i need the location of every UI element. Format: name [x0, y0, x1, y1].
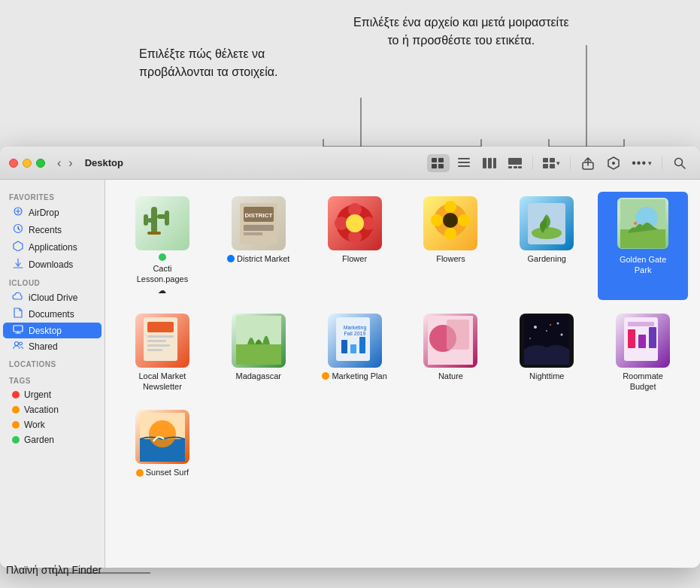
svg-rect-22	[514, 166, 517, 168]
sidebar-item-icloud-drive[interactable]: iCloud Drive	[3, 289, 102, 305]
file-name-nature: Nature	[438, 371, 463, 381]
sidebar-item-desktop-label: Desktop	[29, 326, 62, 336]
svg-point-38	[15, 342, 19, 346]
group-button[interactable]: ▾	[539, 156, 564, 170]
file-item-nature[interactable]: Nature	[406, 309, 496, 397]
file-item-cacti[interactable]: CactiLesson.pages ☁	[117, 192, 208, 300]
file-thumb-madagascar	[232, 314, 286, 368]
svg-rect-27	[550, 164, 555, 168]
marketing-tag-dot	[322, 372, 329, 380]
file-name-flowers: Flowers	[436, 253, 465, 264]
back-button[interactable]: ‹	[54, 155, 64, 171]
svg-rect-16	[458, 165, 470, 167]
sidebar-item-work[interactable]: Work	[3, 417, 102, 432]
more-button[interactable]: ••• ▾	[628, 155, 656, 171]
sidebar-item-applications[interactable]: Applications	[3, 238, 102, 256]
svg-point-92	[550, 324, 551, 326]
svg-rect-35	[14, 326, 23, 332]
file-thumb-sunset	[135, 410, 189, 464]
file-item-golden-gate[interactable]: Golden Gate Park	[598, 192, 688, 300]
svg-point-61	[458, 214, 470, 226]
file-item-marketing-plan[interactable]: Marketing Fall 2019 Marketing Plan	[310, 309, 400, 397]
svg-rect-85	[447, 320, 469, 350]
more-arrow-icon: ▾	[648, 159, 652, 167]
svg-rect-23	[518, 166, 522, 168]
forward-button[interactable]: ›	[65, 155, 75, 171]
file-name-sunset-surf: Sunset Surf	[146, 467, 189, 477]
svg-point-88	[557, 323, 559, 325]
file-item-gardening[interactable]: Gardening	[502, 192, 592, 300]
sidebar-item-shared[interactable]: Shared	[3, 338, 102, 354]
icon-view-button[interactable]	[427, 154, 450, 172]
svg-text:Fall 2019: Fall 2019	[344, 331, 365, 336]
column-view-button[interactable]	[478, 154, 501, 172]
downloads-icon	[12, 258, 24, 271]
svg-point-62	[443, 213, 458, 228]
nav-buttons: ‹ ›	[54, 155, 76, 171]
svg-point-89	[546, 330, 547, 332]
svg-rect-11	[438, 158, 444, 162]
file-item-flowers[interactable]: Flowers	[406, 192, 496, 300]
svg-rect-26	[543, 164, 548, 168]
garden-tag-dot	[12, 436, 20, 444]
minimize-button[interactable]	[23, 159, 32, 168]
svg-rect-71	[147, 335, 174, 338]
sidebar-item-desktop[interactable]: Desktop	[3, 323, 102, 338]
maximize-button[interactable]	[36, 159, 45, 168]
sidebar-item-urgent[interactable]: Urgent	[3, 387, 102, 402]
file-item-flower[interactable]: Flower	[310, 192, 400, 300]
svg-rect-42	[165, 211, 169, 226]
tag-button[interactable]	[602, 154, 625, 172]
sidebar-item-documents[interactable]: Documents	[3, 305, 102, 323]
recents-icon	[12, 223, 24, 236]
sidebar-item-vacation[interactable]: Vacation	[3, 402, 102, 417]
annotation-top-left: Επιλέξτε πώς θέλετε να προβάλλονται τα σ…	[139, 47, 277, 78]
airdrop-icon	[12, 206, 24, 219]
sidebar-item-garden[interactable]: Garden	[3, 432, 102, 447]
file-item-sunset-surf[interactable]: Sunset Surf	[117, 405, 208, 482]
file-item-madagascar[interactable]: Madagascar	[214, 309, 304, 397]
svg-text:DISTRICT: DISTRICT	[244, 212, 272, 219]
file-thumb-golden-gate	[616, 196, 670, 250]
file-item-roommate-budget[interactable]: RoommateBudget	[598, 309, 688, 397]
work-tag-dot	[12, 421, 20, 429]
search-button[interactable]	[668, 154, 691, 172]
sidebar: Favorites AirDrop Recents Applications	[0, 180, 105, 568]
files-grid: CactiLesson.pages ☁ DISTRICT	[117, 192, 688, 483]
file-item-local-market[interactable]: Local MarketNewsletter	[117, 309, 208, 397]
gallery-view-button[interactable]	[504, 154, 526, 172]
sidebar-item-downloads[interactable]: Downloads	[3, 256, 102, 273]
sidebar-item-recents-label: Recents	[29, 225, 62, 235]
applications-icon	[12, 241, 24, 253]
svg-rect-96	[638, 335, 646, 348]
file-thumb-nighttime	[520, 314, 574, 368]
sidebar-item-work-label: Work	[24, 420, 45, 430]
file-name-local-market: Local MarketNewsletter	[138, 371, 186, 393]
svg-point-39	[20, 342, 23, 345]
sidebar-item-garden-label: Garden	[24, 435, 54, 445]
svg-rect-76	[236, 344, 281, 365]
svg-point-59	[444, 228, 456, 240]
svg-point-29	[612, 162, 615, 165]
file-thumb-roommate	[616, 314, 670, 368]
share-button[interactable]	[577, 154, 599, 172]
svg-point-91	[529, 338, 531, 339]
svg-rect-97	[649, 327, 656, 348]
sidebar-item-urgent-label: Urgent	[24, 389, 51, 400]
finder-window: ‹ › Desktop ▾	[0, 147, 700, 568]
svg-rect-49	[244, 225, 274, 231]
svg-rect-70	[147, 322, 174, 332]
file-thumb-flower	[328, 196, 382, 250]
file-item-district-market[interactable]: DISTRICT District Market	[214, 192, 304, 300]
svg-rect-74	[147, 349, 162, 351]
sidebar-item-airdrop[interactable]: AirDrop	[3, 204, 102, 221]
svg-rect-44	[144, 214, 148, 226]
list-view-button[interactable]	[453, 154, 475, 172]
sidebar-item-recents[interactable]: Recents	[3, 221, 102, 238]
file-name-flower: Flower	[342, 253, 367, 264]
close-button[interactable]	[9, 159, 18, 168]
file-item-nighttime[interactable]: Nighttime	[502, 309, 592, 397]
icloud-label: iCloud	[0, 273, 105, 289]
svg-rect-43	[147, 218, 156, 223]
svg-rect-50	[244, 232, 262, 235]
